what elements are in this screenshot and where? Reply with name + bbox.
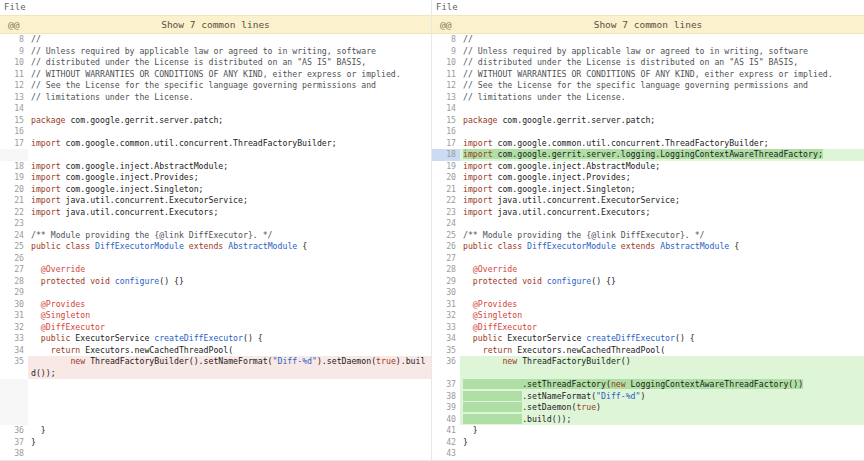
line-number[interactable]: 16	[432, 126, 460, 138]
line-number[interactable]: 14	[432, 103, 460, 115]
line-number[interactable]: 40	[432, 414, 460, 426]
line-number[interactable]: 36	[432, 356, 460, 368]
diff-row: 26public class DiffExecutorModule extend…	[432, 241, 864, 253]
code-line: // See the License for the specific lang…	[460, 80, 864, 92]
line-number[interactable]: 25	[432, 230, 460, 242]
code-line	[460, 126, 864, 138]
line-number[interactable]: 12	[0, 80, 28, 92]
line-number[interactable]: 32	[0, 322, 28, 334]
line-number[interactable]: 35	[0, 356, 28, 368]
line-number[interactable]: 21	[432, 184, 460, 196]
line-number[interactable]: 34	[432, 333, 460, 345]
line-number[interactable]: 30	[432, 287, 460, 299]
line-number[interactable]: 10	[0, 57, 28, 69]
line-number[interactable]: 38	[432, 391, 460, 403]
line-number[interactable]: 38	[0, 448, 28, 460]
line-number[interactable]: 11	[432, 69, 460, 81]
line-number[interactable]: 18	[432, 149, 460, 161]
line-number[interactable]: 9	[432, 46, 460, 58]
line-number[interactable]: 8	[432, 34, 460, 46]
code-rows-left: 8//9// Unless required by applicable law…	[0, 34, 431, 460]
line-number[interactable]: 33	[0, 333, 28, 345]
line-number[interactable]: 24	[432, 218, 460, 230]
line-number[interactable]: 26	[0, 253, 28, 265]
diff-row: 25/** Module providing the {@link DiffEx…	[432, 230, 864, 242]
line-number[interactable]: 15	[0, 115, 28, 127]
line-number[interactable]: 11	[0, 69, 28, 81]
line-number[interactable]: 43	[432, 448, 460, 460]
line-number[interactable]	[0, 414, 28, 426]
code-line: .setThreadFactory(new LoggingContextAwar…	[460, 379, 864, 391]
line-number[interactable]: 22	[432, 195, 460, 207]
line-number[interactable]	[432, 368, 460, 380]
code-line: @Singleton	[28, 310, 431, 322]
line-number[interactable]: 39	[432, 402, 460, 414]
line-number[interactable]: 15	[432, 115, 460, 127]
line-number[interactable]: 13	[0, 92, 28, 104]
line-number[interactable]: 37	[432, 379, 460, 391]
line-number[interactable]: 42	[432, 437, 460, 449]
diff-row: 43	[432, 448, 864, 460]
line-number[interactable]: 28	[432, 264, 460, 276]
line-number[interactable]: 19	[0, 172, 28, 184]
line-number[interactable]	[0, 368, 28, 380]
line-number[interactable]: 18	[0, 161, 28, 173]
line-number[interactable]	[0, 379, 28, 391]
line-number[interactable]: 27	[0, 264, 28, 276]
code-line	[460, 103, 864, 115]
code-line: // Unless required by applicable law or …	[460, 46, 864, 58]
line-number[interactable]: 22	[0, 207, 28, 219]
line-number[interactable]: 36	[0, 425, 28, 437]
code-line: @Override	[460, 264, 864, 276]
line-number[interactable]: 29	[432, 276, 460, 288]
line-number[interactable]: 27	[432, 253, 460, 265]
line-number[interactable]: 20	[432, 172, 460, 184]
line-number[interactable]	[0, 402, 28, 414]
line-number[interactable]: 32	[432, 310, 460, 322]
line-number[interactable]: 34	[0, 345, 28, 357]
line-number[interactable]: 26	[432, 241, 460, 253]
code-line: //	[460, 34, 864, 46]
line-number[interactable]: 17	[432, 138, 460, 150]
line-number[interactable]: 25	[0, 241, 28, 253]
line-number[interactable]: 29	[0, 287, 28, 299]
line-number[interactable]: 28	[0, 276, 28, 288]
line-number[interactable]: 23	[432, 207, 460, 219]
line-number[interactable]: 8	[0, 34, 28, 46]
line-number[interactable]: 21	[0, 195, 28, 207]
line-number[interactable]: 12	[432, 80, 460, 92]
line-number[interactable]: 41	[432, 425, 460, 437]
diff-row: 38 .setNameFormat("Diff-%d")	[432, 391, 864, 403]
line-number[interactable]	[0, 149, 28, 161]
diff-row: 12// See the License for the specific la…	[432, 80, 864, 92]
line-number[interactable]: 16	[0, 126, 28, 138]
show-common-lines-button[interactable]: Show 7 common lines	[0, 16, 431, 33]
line-number[interactable]: 19	[432, 161, 460, 173]
line-number[interactable]: 37	[0, 437, 28, 449]
line-number[interactable]: 35	[432, 345, 460, 357]
line-number[interactable]: 31	[432, 299, 460, 311]
diff-row: 26	[0, 253, 431, 265]
show-common-lines-button[interactable]: Show 7 common lines	[432, 16, 864, 33]
diff-row: 12// See the License for the specific la…	[0, 80, 431, 92]
line-number[interactable]: 20	[0, 184, 28, 196]
line-number[interactable]: 13	[432, 92, 460, 104]
line-number[interactable]: 23	[0, 218, 28, 230]
line-number[interactable]: 24	[0, 230, 28, 242]
diff-row: 30 @Provides	[0, 299, 431, 311]
diff-row: 19import com.google.inject.Provides;	[0, 172, 431, 184]
diff-row: 20import com.google.inject.Singleton;	[0, 184, 431, 196]
line-number[interactable]: 10	[432, 57, 460, 69]
line-number[interactable]: 17	[0, 138, 28, 150]
line-number[interactable]: 30	[0, 299, 28, 311]
hunk-header-left[interactable]: @@ Show 7 common lines	[0, 15, 431, 34]
line-number[interactable]: 9	[0, 46, 28, 58]
line-number[interactable]: 14	[0, 103, 28, 115]
code-line: import com.google.inject.Provides;	[28, 172, 431, 184]
hunk-header-right[interactable]: @@ Show 7 common lines	[432, 15, 864, 34]
line-number[interactable]: 31	[0, 310, 28, 322]
diff-view: File @@ Show 7 common lines 8//9// Unles…	[0, 0, 864, 461]
line-number[interactable]	[0, 391, 28, 403]
line-number[interactable]: 33	[432, 322, 460, 334]
diff-row: 9// Unless required by applicable law or…	[432, 46, 864, 58]
